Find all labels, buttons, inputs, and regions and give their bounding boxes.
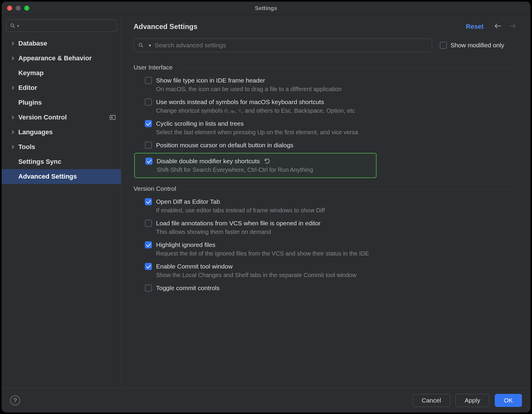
section-title: Version Control: [134, 185, 518, 192]
option-description: Change shortcut symbols ⎋, ⌦, ⌥, and oth…: [156, 107, 518, 114]
minimize-icon[interactable]: [16, 6, 21, 11]
option-description: This allows showing them faster on deman…: [156, 229, 518, 235]
option-row: Enable Commit tool windowShow the Local …: [134, 260, 518, 282]
traffic-lights: [2, 6, 29, 11]
option-description: Shift-Shift for Search Everywhere, Ctrl-…: [157, 166, 371, 173]
revert-icon[interactable]: [264, 158, 270, 164]
cancel-button[interactable]: Cancel: [413, 394, 450, 407]
maximize-icon[interactable]: [24, 6, 29, 11]
option-row: Use words instead of symbols for macOS k…: [134, 96, 518, 117]
checkbox[interactable]: [145, 77, 152, 84]
option-row: Position mouse cursor on default button …: [134, 139, 518, 152]
option-description: On macOS, the icon can be used to drag a…: [156, 86, 518, 93]
svg-point-0: [11, 24, 14, 27]
search-icon: [10, 23, 16, 29]
close-icon[interactable]: [7, 6, 12, 11]
sidebar-item-tools[interactable]: Tools: [2, 140, 121, 154]
sidebar-item-version-control[interactable]: Version Control: [2, 110, 121, 125]
settings-tree: DatabaseAppearance & BehaviorKeymapEdito…: [2, 36, 121, 388]
checkbox[interactable]: [145, 220, 152, 227]
chevron-right-icon: [11, 86, 18, 90]
titlebar: Settings: [2, 2, 530, 15]
chevron-down-icon: ▾: [149, 43, 151, 48]
ok-button[interactable]: OK: [495, 394, 522, 407]
checkbox[interactable]: [145, 142, 152, 149]
show-modified-label: Show modified only: [450, 42, 504, 49]
checkbox[interactable]: [145, 241, 152, 248]
checkbox[interactable]: [145, 120, 152, 127]
sidebar-item-advanced-settings[interactable]: Advanced Settings: [2, 169, 121, 184]
sidebar-search[interactable]: ▾: [6, 20, 117, 32]
sidebar-item-label: Plugins: [18, 99, 42, 106]
window-title: Settings: [2, 5, 530, 12]
option-label[interactable]: Highlight ignored files: [156, 241, 215, 248]
svg-point-4: [139, 43, 142, 46]
option-label[interactable]: Show file type icon in IDE frame header: [156, 77, 265, 84]
nav-arrows: [494, 23, 518, 30]
advanced-search[interactable]: ▾: [134, 38, 432, 52]
sidebar-item-label: Tools: [18, 143, 35, 151]
sidebar-item-editor[interactable]: Editor: [2, 80, 121, 95]
option-label[interactable]: Enable Commit tool window: [156, 263, 233, 270]
page-title: Advanced Settings: [134, 22, 197, 31]
back-button[interactable]: [494, 23, 502, 30]
sidebar-item-label: Version Control: [18, 114, 67, 121]
sidebar-item-database[interactable]: Database: [2, 36, 121, 51]
sidebar-item-label: Languages: [18, 128, 53, 136]
chevron-down-icon: ▾: [17, 24, 19, 28]
option-row: Load file annotations from VCS when file…: [134, 217, 518, 238]
option-label[interactable]: Cyclic scrolling in lists and trees: [156, 120, 244, 127]
checkbox[interactable]: [440, 42, 447, 49]
settings-window: Settings ▾ DatabaseAppearance & Behavior…: [2, 2, 530, 412]
search-icon: [138, 42, 144, 48]
show-modified-only[interactable]: Show modified only: [440, 42, 504, 49]
modified-indicator-icon: [110, 115, 116, 120]
checkbox[interactable]: [145, 198, 152, 205]
apply-button[interactable]: Apply: [455, 394, 489, 407]
checkbox[interactable]: [145, 98, 152, 106]
sidebar-item-appearance-behavior[interactable]: Appearance & Behavior: [2, 51, 121, 66]
checkbox[interactable]: [145, 263, 152, 270]
sidebar-item-label: Advanced Settings: [18, 173, 77, 180]
help-button[interactable]: ?: [10, 395, 20, 405]
sidebar-item-settings-sync[interactable]: Settings Sync: [2, 154, 121, 169]
footer: ? Cancel Apply OK: [2, 388, 530, 412]
sidebar-item-label: Database: [18, 40, 47, 47]
chevron-right-icon: [11, 42, 18, 45]
option-label[interactable]: Open Diff as Editor Tab: [156, 198, 220, 205]
sidebar-item-label: Appearance & Behavior: [18, 54, 92, 62]
option-label[interactable]: Toggle commit controls: [156, 284, 220, 292]
option-row: Disable double modifier key shortcutsShi…: [134, 153, 377, 178]
main-panel: Advanced Settings Reset ▾: [121, 15, 530, 388]
checkbox[interactable]: [145, 284, 152, 292]
advanced-search-input[interactable]: [155, 42, 428, 49]
sidebar-item-label: Editor: [18, 84, 37, 92]
option-label[interactable]: Use words instead of symbols for macOS k…: [156, 98, 324, 106]
sidebar-item-label: Settings Sync: [18, 158, 61, 166]
svg-line-5: [142, 46, 143, 47]
checkbox[interactable]: [145, 158, 153, 165]
option-row: Open Diff as Editor TabIf enabled, use e…: [134, 195, 518, 217]
option-description: Show the Local Changes and Shelf tabs in…: [156, 272, 518, 279]
forward-button[interactable]: [508, 23, 516, 30]
sidebar: ▾ DatabaseAppearance & BehaviorKeymapEdi…: [2, 15, 121, 388]
section-user-interface: User InterfaceShow file type icon in IDE…: [134, 64, 518, 178]
option-description: If enabled, use editor tabs instead of f…: [156, 207, 518, 214]
option-label[interactable]: Position mouse cursor on default button …: [156, 142, 293, 149]
option-description: Select the last element when pressing Up…: [156, 129, 518, 136]
sidebar-item-plugins[interactable]: Plugins: [2, 95, 121, 110]
option-label[interactable]: Load file annotations from VCS when file…: [156, 220, 321, 227]
section-version-control: Version ControlOpen Diff as Editor TabIf…: [134, 185, 518, 295]
chevron-right-icon: [11, 56, 18, 60]
chevron-right-icon: [11, 145, 18, 149]
option-row: Toggle commit controls: [134, 282, 518, 295]
option-label[interactable]: Disable double modifier key shortcuts: [157, 158, 260, 165]
option-description: Request the list of the ignored files fr…: [156, 250, 518, 257]
option-row: Show file type icon in IDE frame headerO…: [134, 74, 518, 96]
option-row: Cyclic scrolling in lists and treesSelec…: [134, 117, 518, 139]
reset-link[interactable]: Reset: [466, 23, 484, 30]
sidebar-item-keymap[interactable]: Keymap: [2, 66, 121, 80]
sidebar-item-label: Keymap: [18, 69, 44, 77]
sidebar-item-languages[interactable]: Languages: [2, 125, 121, 140]
chevron-right-icon: [11, 130, 18, 134]
